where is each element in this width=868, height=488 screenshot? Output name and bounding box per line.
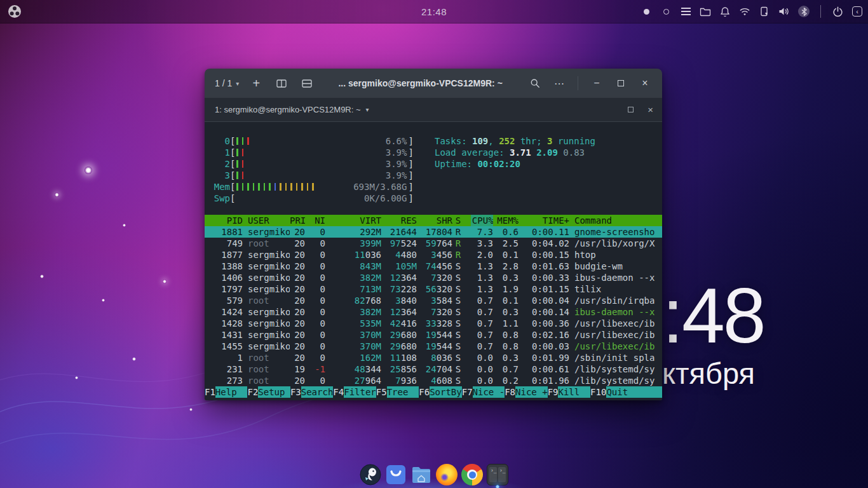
process-row-1881[interactable]: 1881sergmiko200292M2164417804R7.30.60:00… — [205, 226, 662, 238]
fkey-f7[interactable]: F7 — [462, 386, 473, 398]
fkey-label-f1[interactable]: Help — [215, 386, 248, 398]
process-row-1431[interactable]: 1431sergmiko200370M2968019544S0.70.80:02… — [205, 329, 662, 341]
process-row-1428[interactable]: 1428sergmiko200535M4241633328S0.71.10:00… — [205, 318, 662, 329]
fkey-label-f7[interactable]: Nice - — [473, 386, 505, 398]
summary-segment: 00:02:20 — [477, 159, 520, 169]
dock-item-chrome[interactable] — [461, 464, 483, 487]
fkey-label-f3[interactable]: Search — [301, 386, 334, 398]
process-row-1406[interactable]: 1406sergmiko200382M123647320S1.30.30:00.… — [205, 272, 662, 283]
maximize-button[interactable] — [611, 74, 630, 93]
close-button[interactable]: × — [635, 74, 654, 93]
menu-button[interactable]: ⋯ — [550, 74, 569, 93]
fkey-label-f4[interactable]: Filter — [344, 386, 376, 398]
panel-expand-icon[interactable]: ‹ — [851, 6, 863, 17]
session-bar[interactable]: 1: sergmiko@sergmiko-VPCS12M9R: ~ ▾ × — [205, 98, 662, 122]
session-maximize-icon[interactable] — [628, 107, 634, 112]
fkey-f2[interactable]: F2 — [247, 386, 258, 398]
process-row-1424[interactable]: 1424sergmiko200382M123647320S0.70.30:00.… — [205, 306, 662, 318]
fkey-f9[interactable]: F9 — [548, 386, 559, 398]
search-button[interactable] — [526, 74, 545, 93]
fkey-f1[interactable]: F1 — [205, 386, 215, 398]
column-header-shr[interactable]: SHR — [417, 215, 452, 226]
cell-pri: 20 — [290, 295, 305, 306]
mem-value: 370M — [360, 341, 381, 351]
fkey-f4[interactable]: F4 — [333, 386, 344, 398]
cell-res: 29680 — [381, 329, 417, 341]
column-header-pri[interactable]: PRI — [290, 215, 305, 226]
wallpaper-sparkle — [102, 299, 105, 302]
cell-shr: 59764 — [417, 238, 452, 249]
fkey-f8[interactable]: F8 — [505, 386, 515, 398]
htop-table-header[interactable]: PIDUSERPRINIVIRTRESSHRSCPU%▽MEM%TIME+Com… — [205, 215, 662, 226]
session-close-icon[interactable]: × — [648, 105, 653, 114]
process-row-1797[interactable]: 1797sergmiko200713M7322856320S1.31.90:01… — [205, 283, 662, 295]
fkey-f10[interactable]: F10 — [590, 386, 606, 398]
power-icon[interactable] — [832, 6, 843, 17]
session-title-dropdown[interactable]: 1: sergmiko@sergmiko-VPCS12M9R: ~ ▾ — [215, 105, 369, 114]
column-header-command[interactable]: Command — [569, 215, 662, 226]
wifi-icon[interactable] — [739, 6, 750, 17]
column-header-res[interactable]: RES — [381, 215, 417, 226]
fkey-label-f5[interactable]: Tree — [387, 386, 419, 398]
app-menu-icon[interactable] — [680, 6, 691, 17]
cell-ni: 0 — [305, 375, 325, 386]
cell-res: 25856 — [381, 363, 417, 375]
session-count-dropdown[interactable]: 1 / 1 ▾ — [215, 78, 239, 88]
cell-time: 0:00.14 — [519, 306, 569, 318]
cell-shr: 7320 — [417, 306, 452, 318]
cell-s: S — [452, 329, 464, 341]
battery-charging-icon[interactable] — [759, 6, 770, 17]
minimize-button[interactable]: − — [587, 74, 606, 93]
panel-clock[interactable]: 21:48 — [421, 6, 447, 17]
ellipsis-icon: ⋯ — [554, 78, 564, 90]
column-header-s[interactable]: S — [452, 215, 464, 226]
dock-item-budgie-welcome[interactable] — [360, 464, 381, 487]
process-row-231[interactable]: 231root19-1483442585624704S0.00.70:00.61… — [205, 363, 662, 375]
column-header-pid[interactable]: PID — [205, 215, 243, 226]
split-right-button[interactable] — [273, 75, 290, 92]
column-header-cpu[interactable]: CPU%▽ — [464, 215, 493, 226]
column-header-ni[interactable]: NI — [305, 215, 325, 226]
window-titlebar[interactable]: 1 / 1 ▾ + ... sergmiko@sergmiko-VPCS12M9… — [205, 69, 662, 98]
volume-icon[interactable] — [778, 6, 790, 17]
process-row-579[interactable]: 579root2008276838403584S0.70.10:00.04/us… — [205, 295, 662, 306]
process-row-749[interactable]: 749root200399M9752459764R3.32.50:04.02/u… — [205, 238, 662, 249]
bluetooth-icon[interactable] — [798, 6, 810, 17]
cell-command: /usr/libexec/ib — [569, 341, 662, 352]
process-row-273[interactable]: 273root2002796479364608S0.00.20:01.96/li… — [205, 375, 662, 386]
dock-item-software-store[interactable] — [385, 464, 407, 487]
column-header-virt[interactable]: VIRT — [325, 215, 381, 226]
titlebar-left-controls: 1 / 1 ▾ + — [215, 75, 315, 92]
split-down-button[interactable] — [299, 75, 315, 92]
fkey-f5[interactable]: F5 — [376, 386, 387, 398]
column-header-time[interactable]: TIME+ — [519, 215, 569, 226]
budgie-menu-button[interactable] — [6, 3, 23, 20]
fkey-f6[interactable]: F6 — [419, 386, 430, 398]
dock-item-file-manager[interactable] — [410, 464, 432, 487]
process-row-1[interactable]: 1root200162M111088036S0.00.30:01.99/sbin… — [205, 352, 662, 363]
folder-icon[interactable] — [700, 6, 711, 17]
fkey-label-f6[interactable]: SortBy — [430, 386, 462, 398]
meter-bar-g — [253, 183, 255, 191]
dock-item-tilix[interactable]: ›_ ›_ — [487, 464, 508, 487]
workspace-dot-active-icon[interactable] — [641, 6, 652, 17]
terminal-htop[interactable]: 0[6.6%]1[3.9%]2[3.9%]3[3.9%]Mem[693M/3.6… — [205, 122, 662, 400]
workspace-dot-icon[interactable] — [660, 6, 672, 17]
process-row-1388[interactable]: 1388sergmiko200843M105M74456S1.32.80:01.… — [205, 261, 662, 272]
fkey-label-f2[interactable]: Setup — [258, 386, 290, 398]
session-title: 1: sergmiko@sergmiko-VPCS12M9R: ~ — [215, 105, 361, 114]
column-header-mem[interactable]: MEM% — [493, 215, 519, 226]
column-header-user[interactable]: USER — [243, 215, 290, 226]
process-row-1455[interactable]: 1455sergmiko200370M2968019544S0.70.80:00… — [205, 341, 662, 352]
dock-item-firefox[interactable] — [436, 464, 458, 487]
fkey-label-f10[interactable]: Quit — [606, 386, 662, 398]
new-session-button[interactable]: + — [248, 75, 264, 92]
mem-hi: 29 — [390, 341, 401, 351]
notifications-bell-icon[interactable] — [719, 6, 731, 17]
fkey-label-f9[interactable]: Kill — [558, 386, 590, 398]
wallpaper-sparkle — [85, 166, 92, 174]
fkey-label-f8[interactable]: Nice + — [515, 386, 548, 398]
mem-lo: 480 — [401, 250, 417, 260]
process-row-1877[interactable]: 1877sergmiko2001103644803456R2.00.10:00.… — [205, 249, 662, 261]
fkey-f3[interactable]: F3 — [290, 386, 301, 398]
